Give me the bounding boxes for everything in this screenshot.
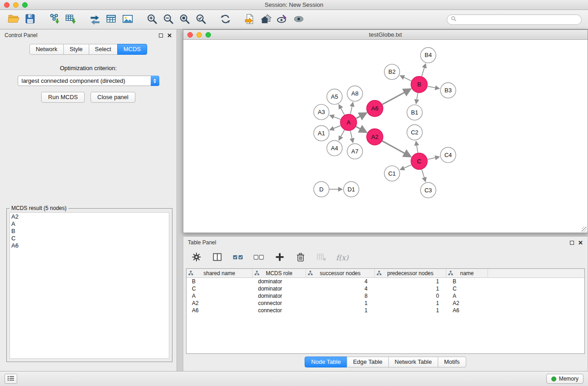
zoom-selected-button[interactable] — [193, 11, 209, 28]
edge-A-A6[interactable] — [356, 113, 367, 119]
edge-A-A3[interactable] — [330, 115, 341, 119]
export-table-button[interactable] — [103, 11, 120, 28]
edge-A-A8[interactable] — [350, 102, 353, 114]
show-details-button[interactable] — [291, 11, 307, 28]
deselect-all-rows-button[interactable] — [253, 252, 265, 263]
search-input[interactable] — [459, 16, 578, 23]
node-C3[interactable]: C3 — [421, 182, 436, 198]
mcds-result-list[interactable]: A2ABCA6 — [10, 212, 169, 359]
node-A1[interactable]: A1 — [314, 126, 329, 141]
zoom-out-button[interactable] — [160, 11, 177, 28]
export-network-button[interactable] — [87, 11, 103, 28]
node-A5[interactable]: A5 — [327, 89, 342, 105]
resize-grip-icon[interactable] — [582, 227, 587, 232]
tab-motifs[interactable]: Motifs — [438, 357, 466, 367]
network-canvas[interactable]: B4B2BB3A8A5A6B1A3AC2A1A2A4A7C4CC1DD1C3 — [183, 40, 588, 233]
table-row[interactable]: Adominator80A — [186, 292, 584, 300]
node-B1[interactable]: B1 — [407, 105, 422, 120]
column-header-successor-nodes[interactable]: successor nodes — [306, 269, 375, 277]
mcds-result-item[interactable]: C — [11, 235, 167, 242]
add-column-button[interactable] — [274, 252, 286, 263]
import-table-button[interactable] — [62, 11, 79, 28]
node-B3[interactable]: B3 — [440, 83, 456, 98]
edge-A2-C[interactable] — [382, 141, 411, 157]
node-A8[interactable]: A8 — [347, 86, 363, 101]
table-row[interactable]: Bdominator41B — [186, 278, 584, 285]
node-C[interactable]: C — [411, 153, 427, 169]
node-A7[interactable]: A7 — [347, 143, 363, 159]
open-file-button[interactable] — [5, 11, 22, 28]
run-mcds-button[interactable]: Run MCDS — [41, 92, 85, 103]
node-C4[interactable]: C4 — [440, 147, 456, 162]
node-A6[interactable]: A6 — [367, 100, 383, 117]
edge-B-B2[interactable] — [400, 76, 411, 81]
edge-A-A1[interactable] — [330, 126, 341, 130]
delete-column-button[interactable] — [295, 252, 306, 263]
mcds-result-item[interactable]: A2 — [11, 213, 167, 220]
table-settings-button[interactable] — [191, 252, 202, 263]
tab-mcds[interactable]: MCDS — [117, 44, 147, 55]
edge-B-B3[interactable] — [428, 86, 440, 89]
edge-A-A2[interactable] — [356, 127, 367, 133]
node-A2[interactable]: A2 — [367, 129, 383, 145]
node-B4[interactable]: B4 — [421, 48, 436, 63]
edge-A-A5[interactable] — [339, 105, 344, 115]
node-D[interactable]: D — [314, 181, 329, 197]
window-title: Session: New Session — [0, 1, 588, 8]
hide-details-button[interactable] — [274, 11, 291, 28]
close-panel-button[interactable]: Close panel — [91, 92, 135, 103]
float-table-panel-button[interactable] — [570, 238, 574, 247]
refresh-layout-button[interactable] — [217, 11, 234, 28]
home-button[interactable] — [258, 11, 274, 28]
table-row[interactable]: A6connector11A6 — [186, 307, 584, 314]
edge-B-B4[interactable] — [422, 64, 426, 76]
node-D1[interactable]: D1 — [344, 181, 359, 197]
column-header-shared-name[interactable]: shared name — [186, 269, 253, 277]
edge-C-C4[interactable] — [428, 157, 440, 160]
edge-A-A7[interactable] — [350, 131, 353, 143]
tab-select[interactable]: Select — [89, 44, 118, 55]
edge-A-A4[interactable] — [339, 130, 344, 140]
mcds-result-item[interactable]: A — [11, 220, 167, 228]
column-header-name[interactable]: name — [446, 269, 488, 277]
memory-button[interactable]: Memory — [546, 374, 583, 384]
table-cell: 0 — [375, 292, 446, 300]
node-B[interactable]: B — [411, 76, 427, 93]
float-panel-button[interactable] — [159, 31, 163, 39]
column-header-predecessor-nodes[interactable]: predecessor nodes — [375, 269, 446, 277]
toggle-columns-button[interactable] — [211, 252, 223, 263]
edge-A6-B[interactable] — [382, 89, 411, 105]
node-C1[interactable]: C1 — [384, 166, 400, 181]
tab-edge-table[interactable]: Edge Table — [347, 357, 389, 367]
column-header-mcds-role[interactable]: MCDS role — [253, 269, 306, 277]
select-all-rows-button[interactable] — [232, 252, 244, 263]
table-row[interactable]: A2connector11A2 — [186, 300, 584, 307]
export-image-button[interactable] — [120, 11, 136, 28]
criterion-select[interactable]: largest connected component (directed) — [18, 76, 159, 86]
tab-node-table[interactable]: Node Table — [305, 357, 347, 367]
edge-C-C1[interactable] — [400, 165, 411, 170]
mcds-result-item[interactable]: A6 — [11, 242, 167, 249]
node-A4[interactable]: A4 — [327, 140, 342, 156]
edge-C-C2[interactable] — [416, 141, 418, 152]
node-A3[interactable]: A3 — [314, 105, 329, 120]
node-B2[interactable]: B2 — [384, 64, 400, 80]
node-C2[interactable]: C2 — [407, 125, 422, 140]
tab-network[interactable]: Network — [29, 44, 64, 55]
table-row[interactable]: Cdominator41C — [186, 285, 584, 292]
node-A[interactable]: A — [340, 114, 357, 131]
close-table-panel-button[interactable]: ✕ — [578, 241, 583, 245]
save-session-button[interactable] — [22, 11, 38, 28]
show-panels-button[interactable] — [5, 374, 17, 384]
tab-style[interactable]: Style — [63, 44, 89, 55]
zoom-in-button[interactable] — [144, 11, 160, 28]
tab-network-table[interactable]: Network Table — [388, 357, 438, 367]
edge-C-C3[interactable] — [422, 169, 425, 181]
import-network-button[interactable] — [46, 11, 62, 28]
edge-B-B1[interactable] — [416, 93, 418, 104]
mcds-result-item[interactable]: B — [11, 228, 167, 235]
close-control-panel-button[interactable]: ✕ — [167, 33, 172, 38]
import-file-button[interactable] — [242, 11, 258, 28]
function-builder-button[interactable]: f(x) — [336, 252, 348, 263]
zoom-fit-button[interactable] — [177, 11, 193, 28]
